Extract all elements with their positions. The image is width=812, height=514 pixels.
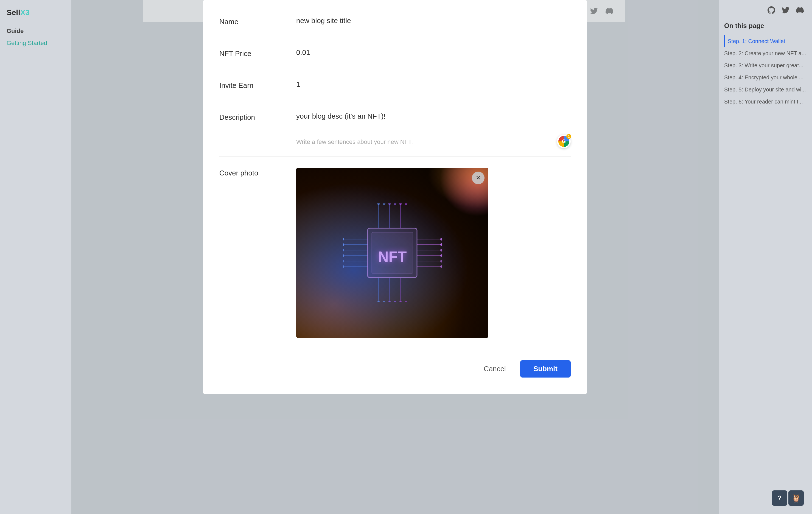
svg-point-24 xyxy=(343,238,344,240)
svg-point-42 xyxy=(377,301,380,302)
svg-point-28 xyxy=(343,260,344,262)
description-label: Description xyxy=(219,112,280,122)
svg-point-45 xyxy=(394,301,397,302)
toc-item-2[interactable]: Step. 3: Write your super great... xyxy=(724,59,807,72)
svg-point-37 xyxy=(383,203,385,205)
invite-earn-label: Invite Earn xyxy=(219,80,280,90)
invite-earn-value[interactable]: 1 xyxy=(296,80,571,89)
svg-point-46 xyxy=(399,301,402,302)
left-sidebar: SellX3 Guide Getting Started xyxy=(0,0,71,514)
name-field-row: Name new blog site title xyxy=(219,11,571,37)
toc-item-1[interactable]: Step. 2: Create your new NFT a... xyxy=(724,47,807,59)
toc-item-5[interactable]: Step. 6: Your reader can mint t... xyxy=(724,95,807,108)
modal-dialog: Name new blog site title NFT Price 0.01 … xyxy=(203,0,587,394)
owl-icon: 🦉 xyxy=(791,494,801,503)
logo: SellX3 xyxy=(0,5,71,25)
cover-photo-label: Cover photo xyxy=(219,168,280,177)
svg-point-35 xyxy=(440,265,442,268)
svg-point-30 xyxy=(440,238,442,240)
main-content: About 👤 Name new blog s xyxy=(71,0,719,514)
nft-price-label: NFT Price xyxy=(219,48,280,58)
modal-overlay: Name new blog site title NFT Price 0.01 … xyxy=(71,0,719,514)
cover-photo-container: NFT ✕ xyxy=(296,168,488,338)
svg-point-33 xyxy=(440,254,442,257)
nft-circuit-board: NFT xyxy=(343,203,442,302)
svg-point-44 xyxy=(388,301,391,302)
submit-button[interactable]: Submit xyxy=(520,360,571,377)
nft-price-value[interactable]: 0.01 xyxy=(296,48,571,57)
owl-button[interactable]: 🦉 xyxy=(788,490,804,506)
close-cover-photo-button[interactable]: ✕ xyxy=(472,172,485,184)
help-question-button[interactable]: ? xyxy=(772,490,787,506)
nft-price-field-row: NFT Price 0.01 xyxy=(219,37,571,69)
description-field-row: Description your blog desc (it's an NFT)… xyxy=(219,101,571,157)
sidebar-item-getting-started[interactable]: Getting Started xyxy=(0,37,71,50)
svg-point-41 xyxy=(405,203,407,205)
cover-photo: NFT xyxy=(296,168,488,338)
svg-point-32 xyxy=(440,249,442,252)
svg-point-43 xyxy=(383,301,385,302)
nft-background: NFT xyxy=(296,168,488,338)
svg-point-31 xyxy=(440,243,442,246)
right-top-nav xyxy=(719,0,812,22)
logo-text: SellX3 xyxy=(7,8,30,17)
description-content: your blog desc (it's an NFT)! G 1 Write … xyxy=(296,112,571,145)
svg-point-29 xyxy=(343,265,344,268)
cover-photo-field-row: Cover photo xyxy=(219,157,571,349)
toc-item-3[interactable]: Step. 4: Encrypted your whole ... xyxy=(724,72,807,83)
twitter-right-icon[interactable] xyxy=(782,6,789,16)
grammarly-g-letter: G xyxy=(562,139,566,144)
svg-point-36 xyxy=(377,203,380,205)
help-widget: ? 🦉 xyxy=(772,490,804,506)
svg-point-47 xyxy=(405,301,407,302)
right-sidebar: On this page Step. 1: Connect Wallet Ste… xyxy=(719,0,812,514)
grammarly-badge: 1 xyxy=(566,134,571,139)
grammarly-icon[interactable]: G 1 xyxy=(557,135,571,148)
svg-text:NFT: NFT xyxy=(378,248,407,265)
toc-item-0[interactable]: Step. 1: Connect Wallet xyxy=(724,35,807,47)
name-label: Name xyxy=(219,17,280,26)
svg-point-34 xyxy=(440,260,442,262)
invite-earn-field-row: Invite Earn 1 xyxy=(219,69,571,101)
description-value[interactable]: your blog desc (it's an NFT)! xyxy=(296,112,571,134)
svg-point-39 xyxy=(394,203,397,205)
svg-point-40 xyxy=(399,203,402,205)
name-value[interactable]: new blog site title xyxy=(296,17,571,25)
cancel-button[interactable]: Cancel xyxy=(476,361,514,377)
sidebar-section-guide: Guide xyxy=(0,25,71,37)
discord-right-icon[interactable] xyxy=(796,6,804,16)
toc-item-4[interactable]: Step. 5: Deploy your site and wi... xyxy=(724,83,807,95)
on-this-page-title: On this page xyxy=(724,22,807,30)
modal-footer: Cancel Submit xyxy=(219,349,571,377)
svg-point-27 xyxy=(343,254,344,257)
svg-point-38 xyxy=(388,203,391,205)
svg-point-25 xyxy=(343,243,344,246)
description-placeholder: Write a few sentences about your new NFT… xyxy=(296,138,571,145)
github-right-icon[interactable] xyxy=(767,6,775,16)
svg-point-26 xyxy=(343,249,344,252)
